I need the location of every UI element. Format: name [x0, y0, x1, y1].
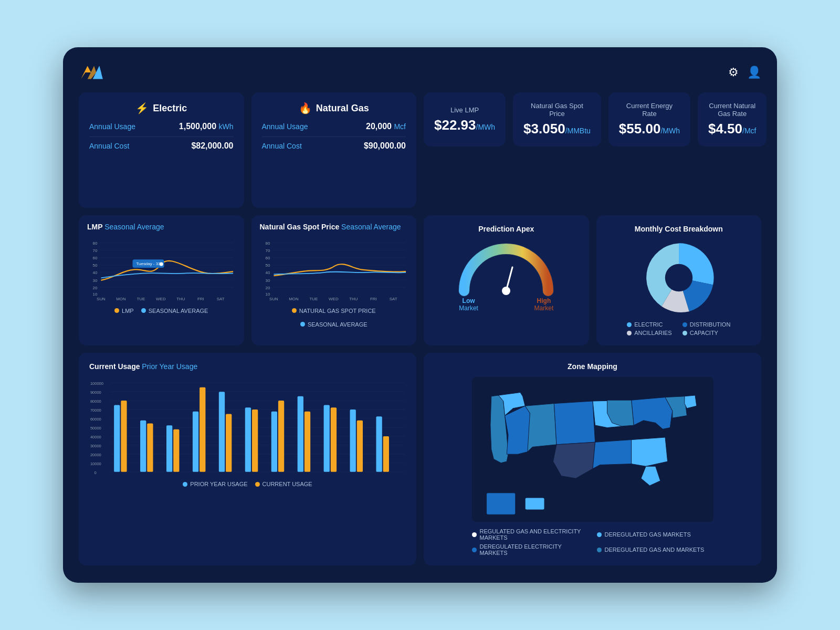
ng-chart-card: Natural Gas Spot Price Seasonal Average … — [251, 215, 417, 345]
svg-text:WED: WED — [329, 297, 339, 301]
settings-icon[interactable]: ⚙ — [728, 66, 739, 79]
svg-rect-92 — [252, 410, 258, 472]
svg-text:60: 60 — [93, 256, 98, 260]
logo — [79, 63, 105, 82]
svg-rect-107 — [383, 436, 389, 472]
bar-legend-current: CURRENT USAGE — [255, 481, 312, 487]
electric-title: ⚡ Electric — [89, 102, 234, 114]
pie-legend-capacity: CAPACITY — [682, 330, 731, 336]
svg-text:THU: THU — [176, 297, 185, 301]
ng-rate-card: Current Natural Gas Rate $4.50/Mcf — [698, 92, 767, 146]
ng-chart-title: Natural Gas Spot Price Seasonal Average — [260, 223, 408, 231]
svg-text:40000: 40000 — [90, 435, 101, 439]
svg-rect-103 — [350, 410, 356, 472]
svg-text:80: 80 — [265, 241, 270, 246]
svg-rect-111 — [486, 493, 515, 514]
svg-text:80: 80 — [93, 241, 98, 246]
pie-legend-ancillaries: ANCILLARIES — [627, 330, 675, 336]
svg-text:MON: MON — [116, 297, 126, 301]
ng-spot-card: Natural Gas Spot Price $3.050/MMBtu — [513, 92, 601, 146]
bar-svg: 100000 90000 80000 70000 60000 50000 400… — [89, 376, 406, 475]
pie-title: Monthly Cost Breakdown — [635, 225, 723, 233]
electric-cost-row: Annual Cost $82,000.00 — [89, 141, 234, 151]
gauge-low-label: Low Market — [459, 297, 478, 312]
gas-icon: 🔥 — [299, 102, 312, 114]
lmp-svg: 80 70 60 50 40 30 20 10 — [87, 236, 236, 301]
svg-text:40: 40 — [93, 270, 98, 275]
svg-rect-91 — [245, 407, 251, 471]
svg-text:50000: 50000 — [90, 426, 101, 430]
svg-text:Tuesday - 33: Tuesday - 33 — [136, 261, 161, 266]
energy-rate-card: Current Energy Rate $55.00/MWh — [608, 92, 690, 146]
svg-text:SAT: SAT — [389, 297, 397, 301]
svg-rect-80 — [147, 423, 153, 471]
gauge-label-row: Low Market High Market — [459, 297, 553, 312]
svg-rect-88 — [219, 392, 225, 472]
svg-rect-106 — [376, 416, 382, 472]
us-map-svg — [472, 377, 713, 522]
map-title: Zone Mapping — [568, 362, 617, 371]
svg-text:20000: 20000 — [90, 453, 101, 457]
svg-text:FRI: FRI — [370, 297, 376, 301]
svg-text:70: 70 — [93, 248, 98, 253]
svg-text:10: 10 — [93, 292, 98, 297]
electric-card: ⚡ Electric Annual Usage 1,500,000 kWh An… — [79, 92, 244, 208]
gauge-title: Prediction Apex — [478, 225, 534, 233]
gas-usage-row: Annual Usage 20,000 Mcf — [262, 122, 406, 131]
svg-point-21 — [160, 262, 163, 266]
svg-rect-97 — [298, 396, 303, 472]
header: ⚙ 👤 — [79, 63, 761, 82]
svg-text:20: 20 — [93, 286, 98, 290]
gauge-card: Prediction Apex — [424, 215, 589, 345]
pie-legend-distribution: DISTRIBUTION — [682, 321, 731, 328]
user-icon[interactable]: 👤 — [747, 66, 761, 79]
pie-legend-electric: ELECTRIC — [627, 321, 675, 328]
top-right-cards: Live LMP $22.93/MWh Natural Gas Spot Pri… — [424, 92, 761, 208]
svg-text:SUN: SUN — [269, 297, 278, 301]
svg-text:100000: 100000 — [90, 381, 103, 386]
svg-text:THU: THU — [349, 297, 358, 301]
svg-text:90000: 90000 — [90, 390, 101, 395]
svg-text:TUE: TUE — [309, 297, 318, 301]
device-frame: ⚙ 👤 ⚡ Electric Annual Usage 1,500,000 kW… — [63, 47, 777, 583]
gas-title: 🔥 Natural Gas — [262, 102, 406, 114]
svg-rect-77 — [121, 401, 127, 472]
main-grid: ⚡ Electric Annual Usage 1,500,000 kWh An… — [79, 92, 761, 565]
gauge-high-label: High Market — [534, 297, 554, 312]
svg-line-52 — [506, 267, 512, 291]
ng-legend-price: NATURAL GAS SPOT PRICE — [292, 308, 376, 314]
header-icons: ⚙ 👤 — [728, 66, 761, 79]
electric-icon: ⚡ — [135, 102, 149, 114]
svg-text:80000: 80000 — [90, 399, 101, 404]
gauge-svg — [454, 238, 559, 301]
pie-legend: ELECTRIC DISTRIBUTION ANCILLARIES CAPACI… — [627, 321, 730, 336]
svg-rect-82 — [166, 425, 172, 472]
svg-rect-89 — [226, 414, 232, 472]
svg-text:60: 60 — [265, 256, 270, 260]
svg-text:40: 40 — [265, 270, 270, 275]
map-legend: REGULATED GAS AND ELECTRICITY MARKETS DE… — [472, 528, 713, 556]
svg-text:SUN: SUN — [97, 297, 106, 301]
svg-text:FRI: FRI — [197, 297, 204, 301]
svg-text:TUE: TUE — [136, 297, 145, 301]
svg-text:30: 30 — [265, 278, 270, 283]
svg-rect-95 — [278, 401, 284, 472]
gas-card: 🔥 Natural Gas Annual Usage 20,000 Mcf An… — [251, 92, 417, 208]
bar-chart-title: Current Usage Prior Year Usage — [89, 362, 406, 371]
svg-text:WED: WED — [156, 297, 166, 301]
lmp-chart-title: LMP Seasonal Average — [87, 223, 236, 231]
bar-legend: PRIOR YEAR USAGE CURRENT USAGE — [89, 481, 406, 487]
svg-rect-76 — [114, 405, 120, 472]
svg-rect-86 — [200, 387, 205, 472]
svg-text:MON: MON — [289, 297, 299, 301]
svg-text:30000: 30000 — [90, 444, 101, 448]
svg-text:0: 0 — [94, 470, 96, 475]
svg-text:60000: 60000 — [90, 417, 101, 422]
lmp-legend-lmp: LMP — [114, 308, 134, 314]
svg-point-53 — [665, 264, 693, 292]
svg-rect-94 — [271, 412, 277, 472]
map-legend-dereg-gas: DEREGULATED GAS MARKETS — [597, 528, 713, 541]
lmp-chart-card: LMP Seasonal Average 80 70 60 50 40 30 2… — [79, 215, 244, 345]
electric-usage-row: Annual Usage 1,500,000 kWh — [89, 122, 234, 131]
svg-rect-104 — [357, 421, 363, 472]
